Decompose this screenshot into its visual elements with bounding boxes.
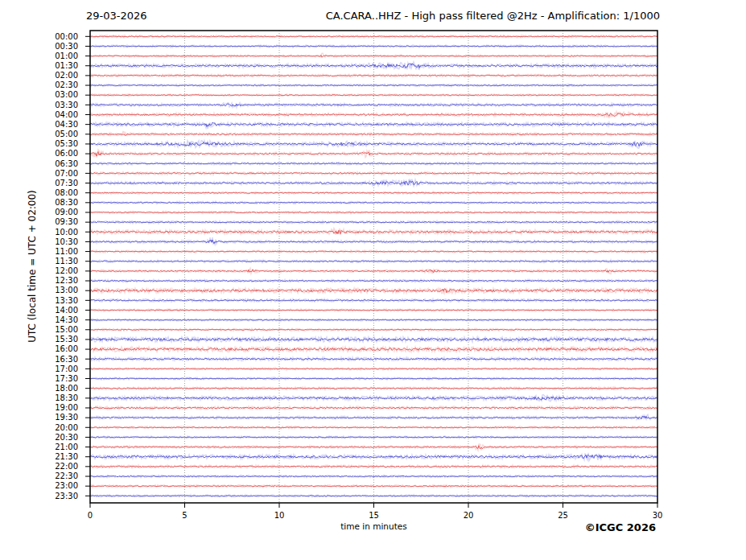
y-tick-label: 08:30: [55, 198, 78, 207]
x-tick-label: 30: [653, 511, 663, 520]
y-tick-label: 09:00: [55, 208, 78, 216]
y-tick-label: 07:00: [55, 169, 78, 178]
y-tick-label: 05:30: [55, 139, 78, 148]
copyright-credit: ©ICGC 2026: [585, 521, 656, 533]
x-tick-label: 20: [464, 511, 474, 520]
y-tick-label: 16:00: [55, 344, 78, 353]
y-tick-label: 17:30: [55, 374, 78, 383]
y-tick-label: 02:00: [55, 71, 78, 80]
y-tick-label: 17:00: [55, 364, 78, 373]
y-tick-label: 22:30: [55, 471, 78, 480]
y-tick-label: 02:30: [55, 80, 78, 89]
helicorder-page: 29-03-2026 CA.CARA..HHZ - High pass filt…: [0, 0, 746, 560]
y-tick-label: 15:00: [55, 325, 78, 334]
y-tick-label: 01:30: [55, 61, 78, 70]
y-tick-label: 21:00: [55, 443, 78, 451]
y-tick-label: 13:00: [55, 286, 78, 294]
y-tick-label: 14:30: [55, 315, 78, 324]
y-tick-label: 14:00: [55, 306, 78, 315]
y-tick-label: 20:00: [55, 423, 78, 432]
y-tick-label: 05:00: [55, 130, 78, 138]
y-tick-label: 12:30: [55, 276, 78, 285]
y-tick-label: 10:00: [55, 228, 78, 237]
y-tick-label: 09:30: [55, 217, 78, 226]
y-tick-label: 19:30: [55, 413, 78, 422]
y-tick-label: 20:30: [55, 433, 78, 442]
y-tick-label: 00:00: [55, 32, 78, 41]
y-tick-label: 01:00: [55, 51, 78, 60]
y-tick-label: 16:30: [55, 355, 78, 364]
y-tick-label: 11:30: [55, 257, 78, 266]
y-tick-label: 06:00: [55, 149, 78, 158]
y-tick-label: 10:30: [55, 237, 78, 246]
y-tick-label: 13:30: [55, 296, 78, 305]
y-tick-label: 03:00: [55, 90, 78, 99]
x-tick-label: 5: [182, 511, 187, 520]
y-tick-label: 22:00: [55, 462, 78, 471]
y-tick-label: 03:30: [55, 101, 78, 109]
y-tick-label: 08:00: [55, 188, 78, 197]
y-tick-label: 07:30: [55, 179, 78, 187]
y-tick-label: 23:30: [55, 492, 78, 500]
y-tick-label: 18:30: [55, 393, 78, 402]
y-tick-label: 18:00: [55, 384, 78, 393]
y-tick-label: 23:00: [55, 481, 78, 490]
y-tick-label: 06:30: [55, 159, 78, 168]
helicorder-plot: 00:0000:3001:0001:3002:0002:3003:0003:30…: [0, 0, 746, 560]
y-tick-label: 21:30: [55, 452, 78, 461]
y-tick-label: 19:00: [55, 403, 78, 412]
y-tick-label: 12:00: [55, 266, 78, 275]
x-tick-label: 0: [88, 511, 93, 520]
y-tick-label: 15:30: [55, 335, 78, 344]
y-tick-label: 04:00: [55, 110, 78, 119]
y-tick-label: 00:30: [55, 42, 78, 51]
x-tick-label: 15: [369, 511, 379, 520]
y-tick-label: 04:30: [55, 120, 78, 129]
x-tick-label: 25: [558, 511, 568, 520]
y-tick-label: 11:00: [55, 247, 78, 256]
x-axis-label: time in minutes: [251, 521, 497, 531]
x-tick-label: 10: [274, 511, 285, 520]
